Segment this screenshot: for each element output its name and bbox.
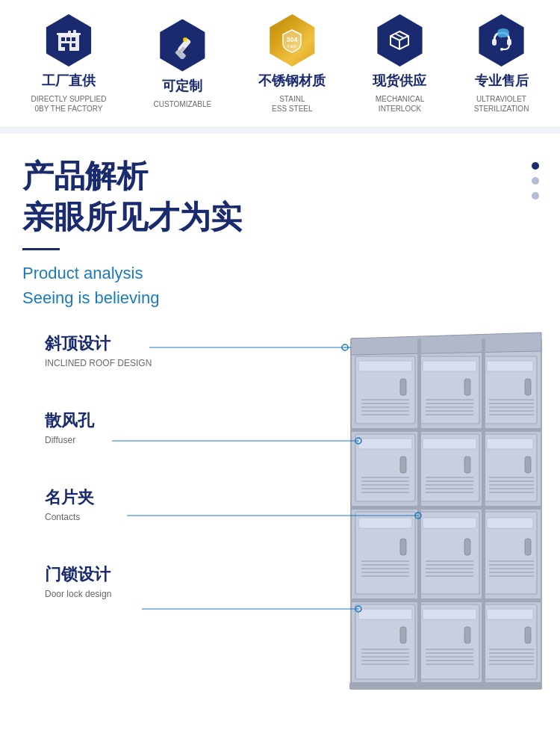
feature-custom-hexagon xyxy=(156,19,208,72)
feature-stock: 现货供应 MECHANICALINTERLOCK xyxy=(373,13,426,114)
svg-rect-81 xyxy=(464,539,470,555)
dot-3[interactable] xyxy=(532,192,539,199)
top-features-bar: 工厂直供 DIRECTLY SUPPLIED0BY THE FACTORY 可定… xyxy=(0,0,560,128)
custom-label-cn: 可定制 xyxy=(162,77,202,95)
svg-rect-95 xyxy=(351,598,541,602)
svg-rect-1 xyxy=(61,37,65,41)
feature-service: 专业售后 ULTRAVIOLETSTERILIZATION xyxy=(474,13,529,114)
headline-chinese: 产品解析 亲眼所见才为实 xyxy=(22,156,538,238)
svg-rect-114 xyxy=(525,627,531,643)
svg-rect-2 xyxy=(66,37,70,41)
svg-rect-6 xyxy=(65,43,69,51)
feature-factory-hexagon xyxy=(43,14,95,66)
svg-rect-31 xyxy=(464,379,470,395)
svg-rect-48 xyxy=(400,457,406,473)
dot-1[interactable] xyxy=(532,162,539,170)
svg-rect-9 xyxy=(68,31,71,35)
svg-rect-120 xyxy=(349,682,542,690)
svg-rect-38 xyxy=(487,361,533,371)
service-label-cn: 专业售后 xyxy=(475,72,529,90)
svg-rect-98 xyxy=(400,627,406,643)
svg-rect-3 xyxy=(72,37,75,41)
stock-label-cn: 现货供应 xyxy=(373,72,426,90)
svg-rect-121 xyxy=(417,338,421,684)
svg-rect-8 xyxy=(73,30,76,35)
svg-rect-89 xyxy=(525,539,531,555)
feature-service-hexagon xyxy=(476,14,528,66)
feature-service-icon-wrap xyxy=(475,13,529,67)
product-diagram-section: 斜顶设计 INCLINED ROOF DESIGN 散风孔 Diffuser 名… xyxy=(0,325,560,691)
dots-navigation xyxy=(532,162,539,199)
feature-steel-icon-wrap: 304 F&R xyxy=(265,13,319,67)
service-label-en: ULTRAVIOLETSTERILIZATION xyxy=(474,94,529,114)
svg-marker-20 xyxy=(351,332,541,355)
headline-underline xyxy=(22,248,60,250)
svg-rect-122 xyxy=(482,338,485,684)
svg-rect-39 xyxy=(525,379,531,395)
svg-rect-88 xyxy=(487,518,533,528)
diagram-svg xyxy=(0,325,560,691)
feature-steel: 304 F&R 不锈钢材质 STAINLESS STEEL xyxy=(258,13,326,114)
svg-rect-17 xyxy=(507,39,511,46)
feature-stock-hexagon xyxy=(373,14,426,66)
feature-stock-icon-wrap xyxy=(373,13,426,67)
svg-rect-30 xyxy=(423,361,476,371)
svg-rect-4 xyxy=(61,43,65,47)
svg-rect-5 xyxy=(72,43,75,47)
svg-rect-106 xyxy=(464,627,470,643)
svg-text:F&R: F&R xyxy=(287,44,297,49)
dot-2[interactable] xyxy=(532,177,539,185)
svg-rect-105 xyxy=(423,609,476,619)
feature-factory: 工厂直供 DIRECTLY SUPPLIED0BY THE FACTORY xyxy=(31,13,107,114)
feature-factory-icon-wrap xyxy=(42,13,96,67)
svg-rect-73 xyxy=(400,539,406,555)
steel-label-en: STAINLESS STEEL xyxy=(272,94,312,114)
steel-label-cn: 不锈钢材质 xyxy=(258,72,326,90)
svg-point-18 xyxy=(500,48,503,51)
section-divider xyxy=(0,128,560,134)
svg-rect-55 xyxy=(423,439,476,449)
svg-rect-16 xyxy=(492,39,497,46)
custom-label-en: CUSTOMIZABLE xyxy=(154,99,212,109)
svg-rect-63 xyxy=(487,439,533,449)
svg-rect-23 xyxy=(400,379,406,395)
svg-rect-47 xyxy=(358,439,412,449)
factory-label-en: DIRECTLY SUPPLIED0BY THE FACTORY xyxy=(31,94,107,114)
svg-point-12 xyxy=(183,37,187,42)
feature-steel-hexagon: 304 F&R xyxy=(266,14,318,66)
svg-rect-80 xyxy=(423,518,476,528)
svg-rect-70 xyxy=(351,506,541,510)
feature-custom-icon-wrap xyxy=(155,19,209,72)
svg-text:304: 304 xyxy=(287,36,298,43)
svg-rect-22 xyxy=(358,361,412,371)
svg-rect-72 xyxy=(358,518,412,528)
feature-custom: 可定制 CUSTOMIZABLE xyxy=(154,19,212,109)
stock-label-en: MECHANICALINTERLOCK xyxy=(376,94,425,114)
svg-rect-113 xyxy=(487,609,533,619)
headline-english: Product analysis Seeing is believing xyxy=(22,261,538,310)
svg-rect-97 xyxy=(358,609,412,619)
svg-rect-56 xyxy=(464,457,470,473)
factory-label-cn: 工厂直供 xyxy=(42,72,96,90)
svg-rect-45 xyxy=(351,428,541,432)
product-analysis-section: 产品解析 亲眼所见才为实 Product analysis Seeing is … xyxy=(0,134,560,325)
svg-rect-64 xyxy=(525,457,531,473)
